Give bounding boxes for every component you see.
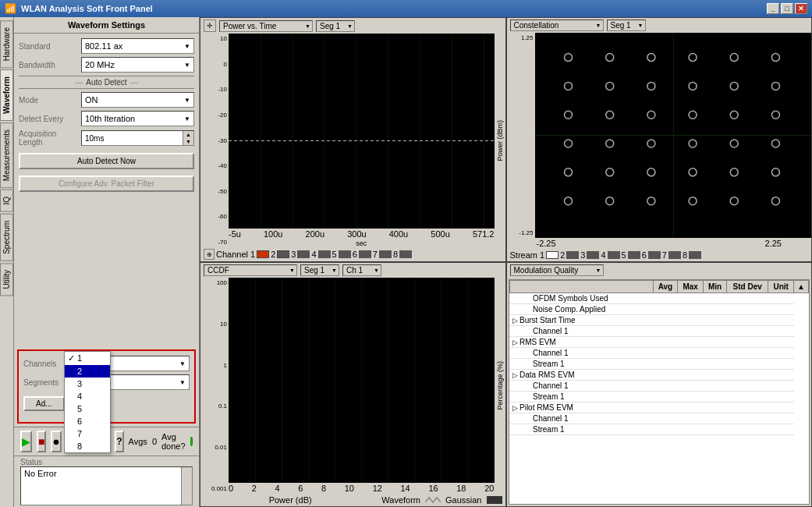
const-seg-wrapper[interactable]: Seg 1	[607, 20, 646, 31]
ccdf-ch-select[interactable]: Ch 1	[342, 264, 381, 276]
mq-select[interactable]: Modulation Quality	[510, 264, 604, 276]
dropdown-item-3[interactable]: 3	[65, 378, 110, 390]
auto-detect-now-button[interactable]: Auto Detect Now	[19, 153, 194, 169]
mode-input[interactable]: ON ▼	[81, 92, 194, 108]
pvt-ch5: 5	[332, 250, 337, 259]
configure-adv-packet-filter-button[interactable]: Configure Adv. Packet Filter	[19, 176, 194, 192]
const-y-axis: 1.25 -1.25	[507, 33, 535, 238]
constellation-panel: Constellation Seg 1 1.25 -1.25	[506, 17, 813, 262]
mq-prms-avg	[653, 402, 678, 413]
mq-select-wrapper[interactable]: Modulation Quality	[510, 264, 604, 276]
const-s5-color	[628, 251, 640, 259]
constellation-select-wrapper[interactable]: Constellation	[510, 20, 604, 31]
mq-prms-ch1-avg	[653, 413, 678, 424]
acq-length-label: AcquisitionLength	[19, 129, 81, 147]
mq-row-data-rms-s1: Stream 1	[509, 392, 653, 402]
channels-dropdown[interactable]: 1 2 3 4 5 6 7 8	[64, 351, 111, 453]
data-rms-toggle[interactable]: ▷	[512, 371, 518, 379]
mq-row-pilot-ch1: Channel 1	[509, 413, 653, 424]
ccdf-seg-select[interactable]: Seg 1	[300, 264, 339, 276]
ccdf-select-wrapper[interactable]: CCDF	[204, 264, 297, 276]
help-button[interactable]: ?	[115, 431, 123, 452]
const-y-125: 1.25	[521, 34, 534, 41]
maximize-button[interactable]: □	[781, 3, 793, 14]
stop-button[interactable]: ■	[37, 431, 46, 452]
pvt-seg-select[interactable]: Seg 1	[316, 20, 355, 32]
const-s6: 6	[642, 250, 647, 260]
spinbox-up[interactable]: ▲	[183, 131, 193, 138]
status-scrollbar[interactable]	[181, 467, 192, 505]
tab-iq[interactable]: IQ	[0, 190, 13, 212]
ccdf-x-10: 10	[345, 484, 354, 493]
tab-utility[interactable]: Utility	[0, 263, 13, 296]
spinbox-down[interactable]: ▼	[183, 138, 193, 145]
dropdown-item-4[interactable]: 4	[65, 390, 110, 402]
ccdf-x-0: 0	[229, 484, 233, 493]
power-vs-time-select[interactable]: Power vs. Time	[219, 20, 313, 32]
mq-row-rms-s1: Stream 1	[509, 359, 653, 370]
const-seg-select[interactable]: Seg 1	[607, 20, 646, 31]
standard-input[interactable]: 802.11 ax ▼	[81, 38, 194, 54]
tab-hardware[interactable]: Hardware	[0, 20, 13, 68]
pvt-seg-wrapper[interactable]: Seg 1	[316, 20, 355, 32]
table-row: Stream 1	[509, 392, 809, 402]
tab-measurements[interactable]: Measurements	[0, 122, 13, 188]
ccdf-x-12: 12	[373, 484, 382, 493]
mq-noise-max	[678, 304, 704, 315]
mq-burst-ch1-std	[727, 326, 768, 337]
record-button[interactable]: ⏺	[51, 431, 62, 452]
pvt-y-0: 0	[224, 61, 227, 68]
mq-table[interactable]: Avg Max Min Std Dev Unit ▲ OFDM Symbols …	[509, 279, 810, 505]
avgs-value: 0	[152, 437, 157, 446]
ccdf-x-14: 14	[401, 484, 410, 493]
status-error-box: No Error	[20, 466, 193, 505]
left-panel: Waveform Settings Standard 802.11 ax ▼ B…	[14, 17, 200, 507]
pvt-ch1-color	[257, 250, 269, 258]
mq-burst-min	[703, 315, 726, 326]
acq-length-row: AcquisitionLength 10ms ▲ ▼	[19, 129, 194, 147]
add-button[interactable]: Ad...	[23, 396, 65, 411]
ccdf-select[interactable]: CCDF	[204, 264, 297, 276]
minimize-button[interactable]: _	[767, 3, 779, 14]
close-button[interactable]: ✕	[795, 3, 807, 14]
pvt-ch7-color	[379, 250, 392, 258]
const-x--225: -2.25	[537, 239, 556, 248]
pvt-ch6-color	[359, 250, 371, 258]
ccdf-seg-wrapper[interactable]: Seg 1	[300, 264, 339, 276]
mq-rms-min	[703, 337, 726, 348]
pvt-ch3-color	[297, 250, 310, 258]
dropdown-item-6[interactable]: 6	[65, 415, 110, 427]
crosshair-icon[interactable]: ✛	[204, 20, 216, 32]
burst-toggle[interactable]: ▷	[512, 317, 518, 324]
play-button[interactable]: ▶	[20, 431, 32, 452]
ccdf-plot-area: 100 10 1 0.1 0.01 0.001	[200, 278, 505, 494]
title-bar: 📶 WLAN Analysis Soft Front Panel _ □ ✕	[0, 0, 812, 17]
dropdown-item-2[interactable]: 2	[65, 365, 110, 378]
const-stream1-label: Stream 1	[510, 250, 545, 260]
bandwidth-input[interactable]: 20 MHz ▼	[81, 57, 194, 73]
acq-length-spinbox[interactable]: 10ms ▲ ▼	[81, 130, 194, 146]
const-plot-area: 1.25 -1.25	[507, 33, 812, 238]
tab-waveform[interactable]: Waveform	[0, 69, 13, 121]
const-s1-color	[546, 251, 558, 259]
pilot-rms-toggle[interactable]: ▷	[512, 404, 518, 412]
ccdf-waveform-label: Waveform	[381, 495, 420, 505]
const-s3: 3	[580, 250, 585, 260]
constellation-select[interactable]: Constellation	[510, 20, 604, 31]
pvt-y--40: -40	[218, 162, 227, 169]
power-vs-time-select-wrapper[interactable]: Power vs. Time	[219, 20, 313, 32]
tab-spectrum[interactable]: Spectrum	[0, 214, 13, 261]
ccdf-canvas	[229, 278, 495, 483]
rms-evm-toggle[interactable]: ▷	[512, 339, 518, 346]
table-row: ▷Data RMS EVM	[509, 370, 809, 381]
ccdf-ch-wrapper[interactable]: Ch 1	[342, 264, 381, 276]
dropdown-item-8[interactable]: 8	[65, 440, 110, 452]
pvt-pan-icon[interactable]: ⊕	[204, 249, 215, 260]
mq-rms-unit	[768, 337, 794, 348]
detect-every-input[interactable]: 10th Iteration ▼	[81, 111, 194, 126]
dropdown-item-5[interactable]: 5	[65, 402, 110, 415]
dropdown-item-1[interactable]: 1	[65, 352, 110, 365]
dropdown-item-7[interactable]: 7	[65, 427, 110, 440]
mq-burst-ch1-avg	[653, 326, 678, 337]
pvt-x-300u: 300u	[347, 229, 366, 239]
